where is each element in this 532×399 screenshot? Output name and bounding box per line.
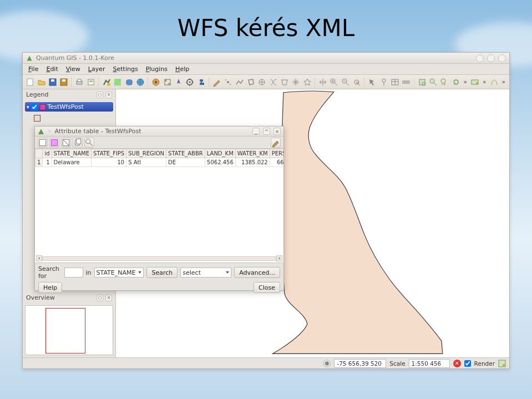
attr-h-scrollbar[interactable]: ‹ › [36,255,282,261]
gps-icon[interactable] [174,77,184,88]
capture-polygon-icon[interactable] [246,77,256,88]
col-water-km[interactable]: WATER_KM [235,149,270,158]
georef-icon[interactable] [162,77,172,88]
open-project-icon[interactable] [36,77,46,88]
attr-edit-toggle-icon[interactable] [271,138,281,148]
close-dialog-button[interactable]: Close [254,282,280,293]
attr-maximize-button[interactable]: ^ [263,128,270,135]
toolbar-overflow-2[interactable]: » [481,79,488,85]
advanced-button[interactable]: Advanced... [234,267,280,278]
col-rownum[interactable] [36,149,43,158]
col-state-name[interactable]: STATE_NAME [52,149,91,158]
crs-button-icon[interactable] [498,360,506,367]
delete-feature-icon[interactable] [280,77,290,88]
menu-layer[interactable]: Layer [85,64,109,74]
menu-help[interactable]: Help [172,64,192,74]
col-sub-region[interactable]: SUB_REGION [126,149,166,158]
zoom-out-icon[interactable] [341,77,351,88]
menu-plugins[interactable]: Plugins [143,64,171,74]
search-mode-select[interactable]: select [180,267,231,277]
new-project-icon[interactable] [25,77,35,88]
col-state-fips[interactable]: STATE_FIPS [91,149,126,158]
add-wfs-icon[interactable] [151,77,161,88]
menu-view[interactable]: View [63,64,84,74]
table-icon[interactable] [390,77,400,88]
capture-line-icon[interactable] [234,77,244,88]
menu-file[interactable]: File [25,64,42,74]
scroll-right-icon[interactable]: › [276,255,282,261]
grass-icon[interactable] [489,77,499,88]
close-button[interactable] [498,54,506,62]
identify-icon[interactable] [378,77,388,88]
scroll-left-icon[interactable]: ‹ [36,255,42,261]
wfs-plugin-icon[interactable] [470,77,480,88]
col-persons[interactable]: PERSONS [270,149,283,158]
search-field-select[interactable]: STATE_NAME [94,267,144,277]
layer-collapse-icon[interactable]: ▾ [27,104,29,110]
maximize-button[interactable] [487,54,495,62]
capture-point-icon[interactable] [223,77,233,88]
attr-move-to-top-icon[interactable] [49,138,59,148]
measure-icon[interactable] [401,77,411,88]
table-row[interactable]: 1 1 Delaware 10 S Atl DE 5062.456 1385.0… [36,158,284,167]
zoom-full-icon[interactable]: × [352,77,362,88]
legend-close-button[interactable]: × [105,92,112,98]
menu-settings[interactable]: Settings [110,64,141,74]
attribute-table-titlebar[interactable]: ◦ Attribute table - TestWfsPost _ ^ × [35,127,283,137]
zoom-in-icon[interactable] [329,77,339,88]
coordinates-field[interactable]: -75 656,39 520 [334,359,386,368]
col-state-abbr[interactable]: STATE_ABBR [166,149,205,158]
svg-rect-6 [78,79,81,82]
toolbar-overflow-3[interactable]: » [500,79,507,85]
split-feature-icon[interactable] [268,77,278,88]
move-feature-icon[interactable] [257,77,267,88]
edit-toggle-icon[interactable] [212,77,222,88]
print-icon[interactable] [74,77,84,88]
stop-render-button[interactable]: ✕ [453,360,461,367]
overview-title: Overview [26,294,55,301]
overview-extent-rect[interactable] [45,308,85,353]
save-project-icon[interactable] [48,77,58,88]
col-id[interactable]: id [43,149,52,158]
projection-status-icon[interactable]: ⊕ [323,360,331,367]
scale-field[interactable]: 1:550 456 [409,359,450,368]
zoom-layer-icon[interactable] [417,77,427,88]
select-icon[interactable] [367,77,377,88]
toolbar-overflow[interactable]: » [462,79,469,85]
add-raster-icon[interactable] [113,77,123,88]
plugin-icon[interactable] [185,77,195,88]
add-postgis-icon[interactable] [124,77,134,88]
window-titlebar[interactable]: Quantum GIS - 1.0.1-Kore [23,53,509,64]
render-checkbox[interactable] [464,360,471,367]
legend-collapse-button[interactable]: ○ [97,92,103,98]
composer-icon[interactable] [86,77,96,88]
cut-icon[interactable] [291,77,301,88]
attribute-table-grid[interactable]: id STATE_NAME STATE_FIPS SUB_REGION STAT… [35,149,283,262]
menu-edit[interactable]: Edit [43,64,61,74]
overview-collapse-button[interactable]: ○ [97,295,103,301]
add-wms-icon[interactable] [135,77,145,88]
layer-visibility-checkbox[interactable] [31,104,38,110]
overview-close-button[interactable]: × [105,295,112,301]
python-icon[interactable] [196,77,206,88]
search-value-input[interactable] [64,267,83,277]
attr-close-button[interactable]: × [273,128,281,135]
attr-copy-icon[interactable] [73,138,83,148]
help-button[interactable]: Help [38,282,62,293]
add-vector-icon[interactable] [102,77,112,88]
zoom-selection-icon[interactable] [428,77,438,88]
refresh-icon[interactable] [450,77,460,88]
layer-item-testwfspost[interactable]: ▾ TestWfsPost [25,102,113,112]
save-as-icon[interactable] [59,77,69,88]
attr-zoom-selected-icon[interactable] [84,138,94,148]
zoom-last-icon[interactable] [439,77,449,88]
attr-remove-selection-icon[interactable] [38,138,48,148]
copy-icon[interactable] [302,77,312,88]
pan-icon[interactable] [318,77,328,88]
attr-invert-selection-icon[interactable] [61,138,71,148]
col-land-km[interactable]: LAND_KM [205,149,235,158]
search-button[interactable]: Search [146,267,178,278]
minimize-button[interactable] [476,54,484,62]
attr-minimize-button[interactable]: _ [252,128,260,135]
overview-map[interactable] [25,305,113,355]
